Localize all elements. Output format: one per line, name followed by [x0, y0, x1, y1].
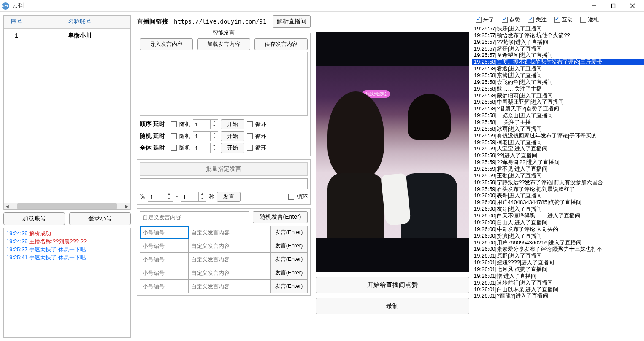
load-accounts-button[interactable]: 加载账号: [3, 212, 65, 225]
alt-content-input[interactable]: [189, 239, 270, 252]
feed-row[interactable]: 19:26:01|憎|进入了直播间: [472, 273, 644, 279]
feed-row[interactable]: 19:26:00|素素爱分享发布了评论|凝聚力十三妹也打不: [472, 246, 644, 252]
table-row[interactable]: 1卑微小川: [4, 29, 130, 43]
alt-id-input[interactable]: [140, 253, 189, 266]
filter-来了[interactable]: 来了: [476, 16, 494, 24]
maximize-button[interactable]: [603, 0, 623, 12]
loop-checkbox[interactable]: [247, 133, 253, 139]
filter-互动[interactable]: 互动: [554, 16, 573, 24]
feed-row[interactable]: 19:25:59|宁静致远??发布了评论|前天有没参加六国合: [472, 179, 644, 186]
parse-room-button[interactable]: 解析直播间: [273, 15, 311, 28]
row-speak-button[interactable]: 发言(Enter): [270, 239, 307, 252]
checkbox-icon[interactable]: [554, 17, 560, 23]
save-content-button[interactable]: 保存发言内容: [254, 38, 308, 50]
alt-id-input[interactable]: [140, 266, 189, 279]
delay-spinner[interactable]: ▲▼: [193, 143, 218, 153]
feed-row[interactable]: 19:25:58|会飞的鱼|进入了直播间: [472, 79, 644, 86]
random-checkbox[interactable]: [171, 121, 177, 127]
url-input[interactable]: [171, 16, 270, 27]
row-speak-button[interactable]: 发言(Enter): [270, 226, 307, 239]
alt-content-input[interactable]: [189, 266, 270, 279]
feed-row[interactable]: 19:26:00|自由人|进入了直播间: [472, 219, 644, 226]
select-spinner[interactable]: ▲▼: [148, 192, 173, 202]
batch-speak-button[interactable]: 发言: [217, 192, 241, 202]
random-checkbox[interactable]: [171, 133, 177, 139]
feed-row[interactable]: 19:26:00|牛哥发布了评论|大哥买的: [472, 226, 644, 233]
scroll-right-icon[interactable]: ▶: [124, 204, 130, 209]
loop-checkbox[interactable]: [247, 121, 253, 127]
filter-关注[interactable]: 关注: [528, 16, 547, 24]
feed-row[interactable]: 19:26:01|七月风|点赞了直播间: [472, 266, 644, 273]
feed-row[interactable]: 19:25:59|有钱没钱回家过年发布了评论|子环哥买的: [472, 132, 644, 139]
feed-row[interactable]: 19:26:00|表哥|进入了直播间: [472, 192, 644, 199]
scroll-thumb[interactable]: [17, 203, 117, 209]
feed-row[interactable]: 19:26:01|妞妞????|进入了直播间: [472, 259, 644, 266]
feed-row[interactable]: 19:26:00|用户7660954360216|进入了直播间: [472, 239, 644, 246]
filter-点赞[interactable]: 点赞: [502, 16, 520, 24]
accounts-scrollbar[interactable]: ◀ ▶: [4, 203, 130, 209]
row-speak-button[interactable]: 发言(Enter): [270, 266, 307, 279]
feed-row[interactable]: 19:26:00|友哥|进入了直播间: [472, 206, 644, 212]
feed-row[interactable]: 19:26:01|速步前行|进入了直播间: [472, 279, 644, 286]
start-button[interactable]: 开始: [221, 131, 244, 141]
alt-id-input[interactable]: [140, 280, 189, 293]
alt-id-input[interactable]: [140, 239, 189, 252]
random-speak-button[interactable]: 随机发言(Enter): [253, 211, 308, 223]
filter-送礼[interactable]: 送礼: [580, 16, 599, 24]
feed-row[interactable]: 19:26:00|用户4404834344785|点赞了直播间: [472, 199, 644, 206]
feed-row[interactable]: 19:25:57|超哥|进入了直播间: [472, 46, 644, 52]
feed-row[interactable]: 19:25:59|柯老|进入了直播间: [472, 139, 644, 146]
activity-feed[interactable]: 19:25:57|快乐|进入了直播间19:25:57|顿悟发布了评论|坑他个火箭…: [472, 25, 644, 341]
checkbox-icon[interactable]: [580, 17, 586, 23]
feed-row[interactable]: 19:25:57|??梵修|进入了直播间: [472, 39, 644, 46]
delay-spinner[interactable]: ▲▼: [193, 131, 218, 141]
alt-content-input[interactable]: [189, 280, 270, 293]
feed-row[interactable]: 19:26:00|扮演|进入了直播间: [472, 233, 644, 239]
feed-row[interactable]: 19:25:58|看透|进入了直播间: [472, 65, 644, 72]
feed-row[interactable]: 19:26:01|白山以琳泉|进入了直播间: [472, 286, 644, 293]
feed-row[interactable]: 19:25:59|石头发布了评论|把刘晨说脸红了: [472, 186, 644, 193]
feed-row[interactable]: 19:25:59|君不见|进入了直播间: [472, 166, 644, 172]
login-alt-button[interactable]: 登录小号: [69, 212, 131, 225]
alt-id-input[interactable]: [140, 226, 189, 239]
batch-loop-checkbox[interactable]: [288, 194, 294, 200]
import-content-button[interactable]: 导入发言内容: [140, 38, 193, 50]
checkbox-icon[interactable]: [502, 17, 508, 23]
random-checkbox[interactable]: [171, 145, 177, 151]
feed-row[interactable]: 19:25:59|大宝宝|进入了直播间: [472, 145, 644, 152]
load-content-button[interactable]: 加载发言内容: [197, 38, 250, 50]
feed-row[interactable]: 19:25:58|百度。搜不到我的悲伤发布了评论|三斤爱带: [472, 59, 644, 65]
feed-row[interactable]: 19:25:58|蒙梦细雨|进入了直播间: [472, 92, 644, 99]
loop-checkbox[interactable]: [247, 145, 253, 151]
feed-row[interactable]: 19:25:58|一览众山|进入了直播间: [472, 112, 644, 119]
delay-spinner[interactable]: ▲▼: [193, 119, 218, 129]
feed-row[interactable]: 19:25:57|￥希望￥|进入了直播间: [472, 52, 644, 59]
checkbox-icon[interactable]: [528, 17, 534, 23]
feed-row[interactable]: 19:25:58|中国棐庄亚辉|进入了直播间: [472, 99, 644, 105]
feed-row[interactable]: 19:25:58|冰雨|进入了直播间: [472, 126, 644, 132]
record-button[interactable]: 录制: [316, 298, 469, 314]
feed-row[interactable]: 19:25:58|默……|关注了主播: [472, 86, 644, 92]
row-speak-button[interactable]: 发言(Enter): [270, 280, 307, 293]
feed-row[interactable]: 19:25:59|??单身哥??|进入了直播间: [472, 159, 644, 166]
feed-row[interactable]: 19:26:00|白天不懂晔得黑……|进入了直播间: [472, 212, 644, 219]
batch-input[interactable]: [140, 178, 308, 189]
alt-content-input[interactable]: [189, 226, 270, 239]
feed-row[interactable]: 19:26:01|?龍龍?|进入了直播间: [472, 293, 644, 299]
alt-content-input[interactable]: [189, 253, 270, 266]
minimize-button[interactable]: [584, 0, 603, 12]
custom-content-input[interactable]: [140, 211, 249, 223]
feed-row[interactable]: 19:25:58|东篱|进入了直播间: [472, 72, 644, 79]
feed-row[interactable]: 19:25:58|。|关注了主播: [472, 119, 644, 126]
start-button[interactable]: 开始: [221, 119, 244, 129]
feed-row[interactable]: 19:25:59|??|进入了直播间: [472, 152, 644, 159]
start-like-button[interactable]: 开始给直播间点赞: [316, 277, 469, 293]
count-spinner[interactable]: ▲▼: [181, 192, 206, 202]
feed-row[interactable]: 19:25:59|王歌|进入了直播间: [472, 172, 644, 179]
row-speak-button[interactable]: 发言(Enter): [270, 253, 307, 266]
scroll-left-icon[interactable]: ◀: [4, 204, 11, 209]
checkbox-icon[interactable]: [476, 17, 482, 23]
feed-row[interactable]: 19:25:57|快乐|进入了直播间: [472, 25, 644, 32]
feed-row[interactable]: 19:25:57|顿悟发布了评论|坑他个火箭??: [472, 32, 644, 39]
start-button[interactable]: 开始: [221, 143, 244, 153]
